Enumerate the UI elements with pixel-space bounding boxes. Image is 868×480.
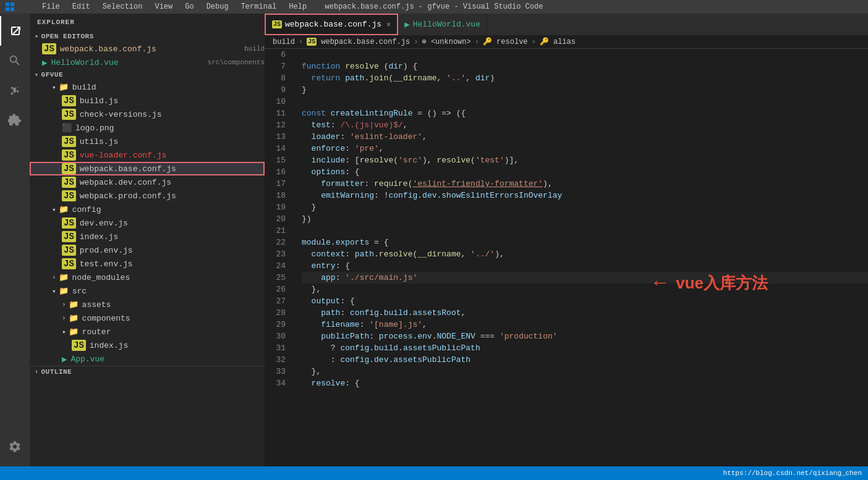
file-webpack-base[interactable]: JS webpack.base.conf.js bbox=[30, 162, 265, 175]
code-line-19: } bbox=[302, 201, 868, 213]
code-line-9: } bbox=[302, 84, 868, 96]
code-line-29: filename: '[name].js', bbox=[302, 319, 868, 331]
open-editor-helloworld[interactable]: ▶ HelloWorld.vue src\components bbox=[30, 56, 265, 69]
ln-30: 30 bbox=[265, 331, 286, 342]
svg-rect-3 bbox=[11, 7, 14, 11]
ln-31: 31 bbox=[265, 342, 286, 354]
code-line-17: formatter: require('eslint-friendly-form… bbox=[302, 178, 868, 190]
breadcrumb: build › JS webpack.base.conf.js › ⊕ <unk… bbox=[265, 35, 868, 49]
open-editor-helloworld-tag: src\components bbox=[208, 59, 265, 66]
folder-router-label: router bbox=[82, 327, 111, 337]
file-dev-env[interactable]: JS dev.env.js bbox=[30, 216, 265, 230]
activity-explorer[interactable] bbox=[0, 16, 30, 46]
menu-help[interactable]: Help bbox=[284, 2, 312, 11]
editor-area: JS webpack.base.conf.js ✕ ▶ HelloWorld.v… bbox=[265, 14, 868, 466]
open-editors-section[interactable]: ▾ OPEN EDITORS bbox=[30, 31, 265, 42]
file-build-js[interactable]: JS build.js bbox=[30, 94, 265, 107]
js-icon: JS bbox=[62, 109, 76, 120]
activity-source-control[interactable] bbox=[0, 75, 30, 105]
code-line-15: include: [resolve('src'), resolve('test'… bbox=[302, 154, 868, 166]
ln-11: 11 bbox=[265, 107, 286, 119]
outline-chevron: › bbox=[35, 369, 39, 376]
js-icon: JS bbox=[62, 177, 76, 188]
code-line-23: context: path.resolve(__dirname, '../'), bbox=[302, 248, 868, 260]
file-check-versions[interactable]: JS check-versions.js bbox=[30, 107, 265, 121]
tab-close-webpack[interactable]: ✕ bbox=[386, 20, 391, 29]
file-vue-loader[interactable]: JS vue-loader.conf.js bbox=[30, 148, 265, 162]
status-bar: https://blog.csdn.net/qixiang_chen bbox=[0, 466, 868, 480]
file-app-vue[interactable]: ▶ App.vue bbox=[30, 352, 265, 366]
folder-components[interactable]: › 📁 components bbox=[30, 311, 265, 325]
code-editor[interactable]: 6 7 8 9 10 11 12 13 14 15 16 17 18 19 20… bbox=[265, 49, 868, 466]
menu-edit[interactable]: Edit bbox=[67, 2, 95, 11]
folder-src[interactable]: ▾ 📁 src bbox=[30, 284, 265, 298]
file-webpack-prod[interactable]: JS webpack.prod.conf.js bbox=[30, 189, 265, 203]
menu-selection[interactable]: Selection bbox=[98, 2, 148, 11]
file-vue-loader-label: vue-loader.conf.js bbox=[80, 151, 265, 160]
js-icon: JS bbox=[62, 231, 76, 242]
vue-icon: ▶ bbox=[42, 57, 47, 68]
menu-go[interactable]: Go bbox=[180, 2, 198, 11]
ln-17: 17 bbox=[265, 178, 286, 190]
file-utils[interactable]: JS utils.js bbox=[30, 135, 265, 148]
open-editor-webpack-label: webpack.base.conf.js bbox=[60, 44, 240, 54]
outline-label: OUTLINE bbox=[41, 368, 72, 376]
annotation-arrow-icon: ← bbox=[654, 272, 666, 295]
open-editor-webpack[interactable]: JS webpack.base.conf.js build bbox=[30, 42, 265, 56]
menu-view[interactable]: View bbox=[150, 2, 177, 11]
folder-build[interactable]: ▾ 📁 build bbox=[30, 80, 265, 94]
project-section[interactable]: ▾ GFVUE bbox=[30, 69, 265, 80]
code-line-20: }) bbox=[302, 213, 868, 225]
activity-extensions[interactable] bbox=[0, 105, 30, 135]
outline-header[interactable]: › OUTLINE bbox=[30, 366, 265, 377]
breadcrumb-alias: 🔑 alias bbox=[540, 37, 576, 46]
file-webpack-prod-label: webpack.prod.conf.js bbox=[80, 192, 176, 201]
folder-router-chevron: ▾ bbox=[62, 328, 66, 336]
file-dev-env-label: dev.env.js bbox=[80, 219, 128, 228]
js-icon: JS bbox=[72, 340, 86, 351]
folder-icon: 📁 bbox=[59, 204, 69, 214]
open-editor-helloworld-label: HelloWorld.vue bbox=[51, 58, 203, 67]
activity-settings[interactable] bbox=[0, 432, 30, 461]
menu-file[interactable]: File bbox=[37, 2, 65, 11]
ln-20: 20 bbox=[265, 213, 286, 225]
folder-icon: 📁 bbox=[69, 300, 79, 309]
file-webpack-dev[interactable]: JS webpack.dev.conf.js bbox=[30, 175, 265, 189]
file-logo[interactable]: ⬛ logo.png bbox=[30, 121, 265, 135]
ln-33: 33 bbox=[265, 366, 286, 377]
code-line-24: entry: { bbox=[302, 260, 868, 272]
code-line-12: test: /\.(js|vue)$/, bbox=[302, 119, 868, 131]
activity-search[interactable] bbox=[0, 46, 30, 75]
folder-node-modules-chevron: › bbox=[52, 274, 56, 281]
title-bar: File Edit Selection View Go Debug Termin… bbox=[0, 0, 868, 14]
annotation-container: ← vue入库方法 bbox=[654, 272, 768, 295]
js-icon: JS bbox=[62, 245, 76, 256]
file-test-env[interactable]: JS test.env.js bbox=[30, 257, 265, 271]
folder-config[interactable]: ▾ 📁 config bbox=[30, 203, 265, 216]
file-prod-env[interactable]: JS prod.env.js bbox=[30, 243, 265, 257]
file-config-index[interactable]: JS index.js bbox=[30, 230, 265, 243]
folder-assets-chevron: › bbox=[62, 301, 66, 308]
tab-helloworld-label: HelloWorld.vue bbox=[413, 20, 480, 29]
menu-terminal[interactable]: Terminal bbox=[236, 2, 282, 11]
ln-29: 29 bbox=[265, 319, 286, 331]
js-icon: JS bbox=[62, 258, 76, 269]
ln-19: 19 bbox=[265, 201, 286, 213]
code-line-14: enforce: 'pre', bbox=[302, 143, 868, 154]
open-editors-chevron: ▾ bbox=[35, 33, 39, 40]
code-content: function resolve (dir) { return path.joi… bbox=[296, 49, 868, 466]
ln-32: 32 bbox=[265, 354, 286, 366]
folder-router[interactable]: ▾ 📁 router bbox=[30, 325, 265, 339]
file-router-index[interactable]: JS index.js bbox=[30, 339, 265, 352]
folder-assets[interactable]: › 📁 assets bbox=[30, 298, 265, 311]
tab-helloworld[interactable]: ▶ HelloWorld.vue bbox=[398, 14, 487, 35]
code-line-28: path: config.build.assetsRoot, bbox=[302, 307, 868, 319]
code-line-34: resolve: { bbox=[302, 377, 868, 389]
folder-src-chevron: ▾ bbox=[52, 287, 56, 295]
ln-13: 13 bbox=[265, 131, 286, 143]
folder-node-modules[interactable]: › 📁 node_modules bbox=[30, 271, 265, 284]
tab-webpack-base[interactable]: JS webpack.base.conf.js ✕ bbox=[265, 14, 398, 35]
tab-js-icon: JS bbox=[272, 20, 282, 28]
menu-debug[interactable]: Debug bbox=[202, 2, 234, 11]
code-line-16: options: { bbox=[302, 166, 868, 178]
